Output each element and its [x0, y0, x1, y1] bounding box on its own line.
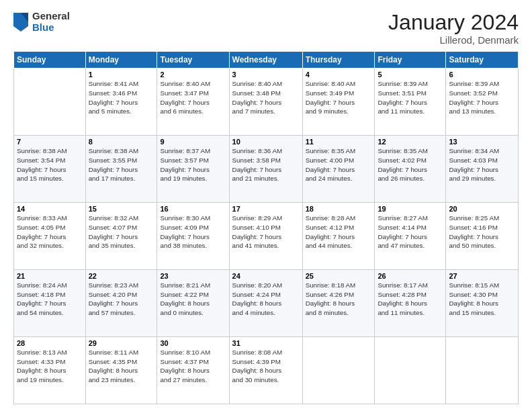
page-header: General Blue January 2024 Lillerod, Denm…: [13, 11, 519, 46]
day-info: Sunrise: 8:37 AM Sunset: 3:57 PM Dayligh…: [160, 146, 226, 183]
day-info: Sunrise: 8:18 AM Sunset: 4:26 PM Dayligh…: [306, 281, 372, 318]
day-info: Sunrise: 8:39 AM Sunset: 3:52 PM Dayligh…: [449, 79, 515, 116]
day-info: Sunrise: 8:40 AM Sunset: 3:47 PM Dayligh…: [160, 79, 226, 116]
calendar-cell: 29Sunrise: 8:11 AM Sunset: 4:35 PM Dayli…: [85, 337, 157, 404]
calendar-cell: 18Sunrise: 8:28 AM Sunset: 4:12 PM Dayli…: [302, 203, 375, 270]
calendar-cell: 17Sunrise: 8:29 AM Sunset: 4:10 PM Dayli…: [229, 203, 302, 270]
day-number: 10: [232, 138, 300, 146]
day-number: 27: [449, 272, 515, 280]
calendar-cell: 13Sunrise: 8:34 AM Sunset: 4:03 PM Dayli…: [446, 136, 519, 203]
day-info: Sunrise: 8:23 AM Sunset: 4:20 PM Dayligh…: [89, 281, 154, 318]
logo-blue-text: Blue: [32, 22, 70, 34]
day-info: Sunrise: 8:17 AM Sunset: 4:28 PM Dayligh…: [378, 281, 443, 318]
day-info: Sunrise: 8:30 AM Sunset: 4:09 PM Dayligh…: [160, 214, 226, 250]
day-number: 12: [378, 138, 443, 146]
calendar-cell: 5Sunrise: 8:39 AM Sunset: 3:51 PM Daylig…: [375, 68, 446, 136]
day-info: Sunrise: 8:20 AM Sunset: 4:24 PM Dayligh…: [232, 281, 300, 318]
col-wednesday: Wednesday: [229, 52, 302, 68]
day-number: 26: [378, 272, 443, 280]
calendar-week-row: 7Sunrise: 8:38 AM Sunset: 3:54 PM Daylig…: [14, 136, 519, 203]
calendar-cell: 8Sunrise: 8:38 AM Sunset: 3:55 PM Daylig…: [85, 136, 157, 203]
day-number: 7: [17, 138, 83, 146]
calendar-week-row: 21Sunrise: 8:24 AM Sunset: 4:18 PM Dayli…: [14, 270, 519, 337]
calendar-cell: 19Sunrise: 8:27 AM Sunset: 4:14 PM Dayli…: [375, 203, 446, 270]
day-number: 28: [17, 339, 83, 347]
calendar-location: Lillerod, Denmark: [388, 34, 519, 46]
calendar-cell: 20Sunrise: 8:25 AM Sunset: 4:16 PM Dayli…: [446, 203, 519, 270]
day-number: 8: [89, 138, 154, 146]
col-tuesday: Tuesday: [157, 52, 229, 68]
day-info: Sunrise: 8:29 AM Sunset: 4:10 PM Dayligh…: [232, 214, 300, 250]
calendar-cell: 28Sunrise: 8:13 AM Sunset: 4:33 PM Dayli…: [14, 337, 86, 404]
day-info: Sunrise: 8:39 AM Sunset: 3:51 PM Dayligh…: [378, 79, 443, 116]
col-sunday: Sunday: [14, 52, 86, 68]
calendar-title: January 2024: [388, 11, 519, 34]
day-info: Sunrise: 8:36 AM Sunset: 3:58 PM Dayligh…: [232, 146, 300, 183]
day-info: Sunrise: 8:38 AM Sunset: 3:54 PM Dayligh…: [17, 146, 83, 183]
day-info: Sunrise: 8:13 AM Sunset: 4:33 PM Dayligh…: [17, 348, 83, 385]
calendar-week-row: 1Sunrise: 8:41 AM Sunset: 3:46 PM Daylig…: [14, 68, 519, 136]
calendar-cell: 15Sunrise: 8:32 AM Sunset: 4:07 PM Dayli…: [85, 203, 157, 270]
calendar-cell: 22Sunrise: 8:23 AM Sunset: 4:20 PM Dayli…: [85, 270, 157, 337]
calendar-cell: 10Sunrise: 8:36 AM Sunset: 3:58 PM Dayli…: [229, 136, 302, 203]
day-info: Sunrise: 8:21 AM Sunset: 4:22 PM Dayligh…: [160, 281, 226, 318]
calendar-cell: 2Sunrise: 8:40 AM Sunset: 3:47 PM Daylig…: [157, 68, 229, 136]
calendar-cell: 16Sunrise: 8:30 AM Sunset: 4:09 PM Dayli…: [157, 203, 229, 270]
col-saturday: Saturday: [446, 52, 519, 68]
day-number: 25: [306, 272, 372, 280]
day-number: 19: [378, 205, 443, 213]
day-info: Sunrise: 8:27 AM Sunset: 4:14 PM Dayligh…: [378, 214, 443, 250]
calendar-cell: 12Sunrise: 8:35 AM Sunset: 4:02 PM Dayli…: [375, 136, 446, 203]
day-number: 5: [378, 71, 443, 79]
day-number: 18: [306, 205, 372, 213]
day-number: 2: [160, 71, 226, 79]
day-info: Sunrise: 8:41 AM Sunset: 3:46 PM Dayligh…: [89, 79, 154, 116]
day-number: 1: [89, 71, 154, 79]
day-number: 6: [449, 71, 515, 79]
day-number: 23: [160, 272, 226, 280]
day-number: 20: [449, 205, 515, 213]
day-info: Sunrise: 8:15 AM Sunset: 4:30 PM Dayligh…: [449, 281, 515, 318]
calendar-table: Sunday Monday Tuesday Wednesday Thursday…: [13, 51, 519, 404]
col-thursday: Thursday: [302, 52, 375, 68]
calendar-cell: 6Sunrise: 8:39 AM Sunset: 3:52 PM Daylig…: [446, 68, 519, 136]
logo-general-text: General: [32, 11, 70, 22]
day-number: 14: [17, 205, 83, 213]
day-info: Sunrise: 8:10 AM Sunset: 4:37 PM Dayligh…: [160, 348, 226, 385]
calendar-cell: 24Sunrise: 8:20 AM Sunset: 4:24 PM Dayli…: [229, 270, 302, 337]
day-info: Sunrise: 8:35 AM Sunset: 4:02 PM Dayligh…: [378, 146, 443, 183]
day-number: 15: [89, 205, 154, 213]
calendar-cell: 11Sunrise: 8:35 AM Sunset: 4:00 PM Dayli…: [302, 136, 375, 203]
day-info: Sunrise: 8:28 AM Sunset: 4:12 PM Dayligh…: [306, 214, 372, 250]
calendar-cell: 30Sunrise: 8:10 AM Sunset: 4:37 PM Dayli…: [157, 337, 229, 404]
day-number: 22: [89, 272, 154, 280]
day-info: Sunrise: 8:35 AM Sunset: 4:00 PM Dayligh…: [306, 146, 372, 183]
calendar-cell: [302, 337, 375, 404]
day-info: Sunrise: 8:24 AM Sunset: 4:18 PM Dayligh…: [17, 281, 83, 318]
day-info: Sunrise: 8:32 AM Sunset: 4:07 PM Dayligh…: [89, 214, 154, 250]
day-info: Sunrise: 8:33 AM Sunset: 4:05 PM Dayligh…: [17, 214, 83, 250]
day-number: 30: [160, 339, 226, 347]
calendar-cell: 31Sunrise: 8:08 AM Sunset: 4:39 PM Dayli…: [229, 337, 302, 404]
day-info: Sunrise: 8:40 AM Sunset: 3:49 PM Dayligh…: [306, 79, 372, 116]
calendar-cell: 4Sunrise: 8:40 AM Sunset: 3:49 PM Daylig…: [302, 68, 375, 136]
logo-text: General Blue: [32, 11, 70, 33]
day-number: 4: [306, 71, 372, 79]
day-number: 16: [160, 205, 226, 213]
col-friday: Friday: [375, 52, 446, 68]
title-block: January 2024 Lillerod, Denmark: [388, 11, 519, 46]
day-number: 13: [449, 138, 515, 146]
calendar-cell: 7Sunrise: 8:38 AM Sunset: 3:54 PM Daylig…: [14, 136, 86, 203]
day-number: 3: [232, 71, 300, 79]
logo: General Blue: [13, 11, 70, 33]
day-number: 24: [232, 272, 300, 280]
col-monday: Monday: [85, 52, 157, 68]
day-info: Sunrise: 8:34 AM Sunset: 4:03 PM Dayligh…: [449, 146, 515, 183]
day-number: 9: [160, 138, 226, 146]
calendar-header-row: Sunday Monday Tuesday Wednesday Thursday…: [14, 52, 519, 68]
calendar-cell: 23Sunrise: 8:21 AM Sunset: 4:22 PM Dayli…: [157, 270, 229, 337]
day-info: Sunrise: 8:11 AM Sunset: 4:35 PM Dayligh…: [89, 348, 154, 385]
day-info: Sunrise: 8:38 AM Sunset: 3:55 PM Dayligh…: [89, 146, 154, 183]
calendar-cell: 26Sunrise: 8:17 AM Sunset: 4:28 PM Dayli…: [375, 270, 446, 337]
day-number: 21: [17, 272, 83, 280]
